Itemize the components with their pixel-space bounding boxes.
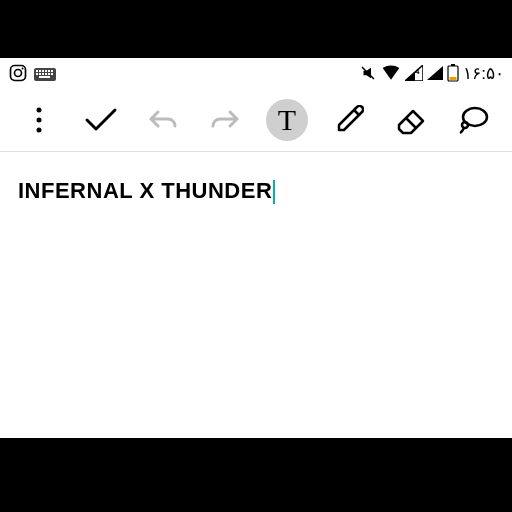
svg-point-23: [37, 117, 42, 122]
svg-rect-6: [42, 70, 44, 72]
battery-low-icon: [447, 64, 459, 82]
svg-point-22: [37, 107, 42, 112]
app-screen: 4 ۱۶:۵۰ T: [0, 58, 512, 438]
svg-rect-14: [48, 73, 50, 75]
svg-point-27: [462, 122, 468, 128]
svg-rect-8: [48, 70, 50, 72]
text-tool-glyph: T: [278, 103, 296, 137]
signal-1-icon: 4: [405, 65, 423, 81]
svg-rect-9: [51, 70, 53, 72]
redo-button[interactable]: [204, 99, 246, 141]
pen-tool-button[interactable]: [328, 99, 370, 141]
svg-rect-11: [39, 73, 41, 75]
svg-rect-7: [45, 70, 47, 72]
svg-point-1: [15, 70, 22, 77]
svg-rect-16: [39, 76, 50, 78]
svg-rect-20: [451, 64, 455, 66]
mute-icon: [359, 64, 377, 82]
svg-rect-4: [36, 70, 38, 72]
editor-content: INFERNAL X THUNDER: [18, 178, 272, 203]
keyboard-icon: [34, 65, 56, 81]
status-right: 4 ۱۶:۵۰: [359, 63, 504, 84]
svg-rect-21: [450, 77, 457, 80]
status-left: [8, 63, 56, 83]
clock: ۱۶:۵۰: [463, 63, 504, 84]
svg-text:4: 4: [415, 67, 420, 76]
undo-button[interactable]: [142, 99, 184, 141]
eraser-tool-button[interactable]: [390, 99, 432, 141]
more-menu-button[interactable]: [18, 99, 60, 141]
svg-rect-10: [36, 73, 38, 75]
status-bar: 4 ۱۶:۵۰: [0, 58, 512, 88]
confirm-button[interactable]: [80, 99, 122, 141]
wifi-icon: [381, 64, 401, 82]
text-editor-area[interactable]: INFERNAL X THUNDER: [0, 152, 512, 232]
svg-line-25: [406, 118, 416, 128]
signal-2-icon: [427, 65, 443, 81]
svg-rect-5: [39, 70, 41, 72]
svg-point-2: [22, 67, 24, 69]
svg-point-24: [37, 127, 42, 132]
text-cursor: [273, 180, 275, 204]
svg-rect-12: [42, 73, 44, 75]
text-tool-button[interactable]: T: [266, 99, 308, 141]
instagram-icon: [8, 63, 28, 83]
svg-rect-13: [45, 73, 47, 75]
lasso-tool-button[interactable]: [452, 99, 494, 141]
svg-rect-15: [51, 73, 53, 75]
editor-toolbar: T: [0, 88, 512, 152]
